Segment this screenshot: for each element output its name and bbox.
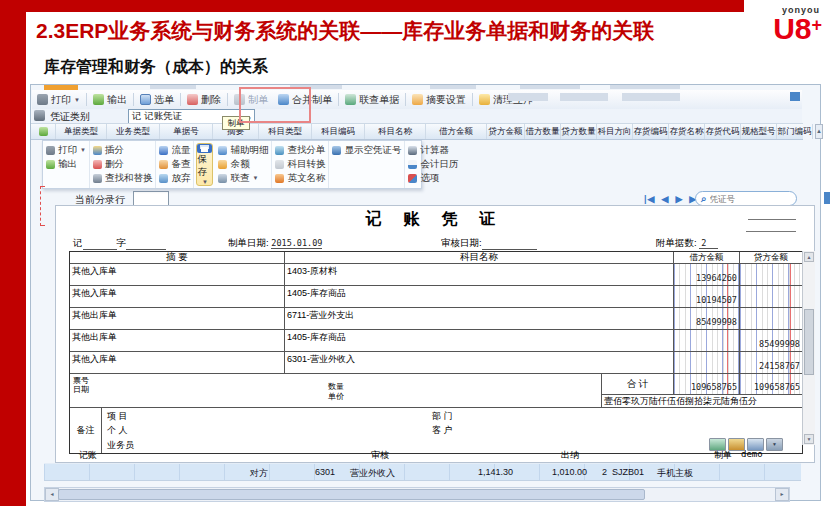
col-doc-type[interactable]: 单据类型 [56,124,107,139]
horizontal-scrollbar[interactable]: ◂ ▸ [44,487,790,502]
audit-date: 审核日期: [441,237,537,250]
first-voucher-button[interactable]: |◀ [644,194,655,204]
attach-more-icon[interactable]: ▼ [766,438,783,451]
col-doc-no[interactable]: 单据号 [160,124,213,139]
delete-entry-button[interactable]: 删分 [93,157,153,171]
row-debit-cell: 85499998 [674,308,740,329]
voucher-search-box[interactable]: ⌕ [695,191,797,206]
grid-selected-row[interactable]: 对方 6301 营业外收入 1,141.30 1,010.00 2 SJZB01… [44,463,801,481]
col-credit-qty[interactable]: 贷方数量 [561,124,597,139]
link-doc-button[interactable]: 联查单据 [340,93,404,107]
col-debit-amt[interactable]: 借方金额 [426,124,487,139]
link-query-button[interactable]: 联查▼ [218,171,268,185]
toolbar-separator [133,93,134,106]
find-entry-label: 查找分单 [287,144,325,157]
aux-detail-label: 辅助明细 [230,144,268,157]
save-button[interactable]: 保存 ▼ [196,143,213,186]
options-button[interactable]: 选项 [408,171,458,185]
col-inv-code[interactable]: 存货编码 [633,124,669,139]
item-label: 项 目 [107,410,128,423]
calendar-button[interactable]: 会计日历 [408,157,458,171]
delete-button[interactable]: 删除 [182,93,226,107]
voucher-search-input[interactable] [710,194,780,204]
grid-scroll-up-button[interactable]: ▲ [815,124,823,139]
cell-qty: 2 [602,467,607,477]
print-button[interactable]: 打印▼ [32,93,85,107]
col-dept-code[interactable]: 部门编码 [777,124,813,139]
scrollbar-thumb[interactable] [804,309,814,375]
find-entry-icon [275,146,284,155]
abandon-icon [159,174,168,183]
ghost-fragment [520,85,580,89]
scroll-right-icon[interactable]: ▸ [775,488,789,501]
summary-settings-button[interactable]: 摘要设置 [407,93,471,107]
col-debit-qty[interactable]: 借方数量 [525,124,561,139]
col-acct-code[interactable]: 科目编码 [312,124,365,139]
col-biz-type[interactable]: 业务类型 [107,124,160,139]
select-doc-label: 选单 [154,93,174,107]
scroll-down-icon[interactable]: ▼ [804,434,814,444]
col-inv-name[interactable]: 存货名称 [669,124,705,139]
ribbon-print-button[interactable]: 打印▼ [46,143,86,157]
col-spec[interactable]: 规格型号 [741,124,777,139]
u8-logo: U8+ [760,10,822,44]
abandon-button[interactable]: 放弃 [159,171,190,185]
scroll-up-icon[interactable]: ▲ [804,252,814,262]
slide-title: 2.3ERP业务系统与财务系统的关联——库存业务单据和财务的关联 [36,17,736,45]
next-voucher-button[interactable]: ▶ [675,194,683,204]
ghost-fragment [560,93,608,101]
row-summary: 其他入库单 [70,286,285,307]
window-fragment [824,192,830,204]
header-credit: 贷方金额 [740,252,802,263]
cashflow-button[interactable]: 流量 [159,143,190,157]
col-acct-type[interactable]: 科目类型 [259,124,312,139]
insert-entry-icon [93,146,102,155]
cell-amount2: 1,010.00 [527,467,587,477]
voucher-type-bar: 凭证类别 记 记账凭证▼ [32,109,802,123]
sig-cashier-label: 出纳 [561,449,579,462]
english-name-button[interactable]: 英文名称 [275,171,325,185]
aux-detail-button[interactable]: 辅助明细 [218,143,268,157]
prev-voucher-button[interactable]: ◀ [661,194,669,204]
voucher-row[interactable]: 其他出库单 6711-营业外支出 85499998 [70,308,802,330]
abandon-label: 放弃 [171,172,190,185]
show-empty-voucher-button[interactable]: 显示空凭证号 [332,143,401,157]
blank-line [746,231,796,232]
row-summary: 其他出库单 [70,308,285,329]
scrollbar-thumb[interactable] [58,489,645,500]
voucher-row[interactable]: 其他入库单 1405-库存商品 10194507 [70,286,802,308]
find-entry-button[interactable]: 查找分单 [275,143,325,157]
col-credit-amt[interactable]: 贷方金额 [487,124,525,139]
voucher-row[interactable]: 其他入库单 1403-原材料 13964260 [70,264,802,286]
insert-entry-button[interactable]: 插分 [93,143,153,157]
col-acct-name[interactable]: 科目名称 [365,124,426,139]
voucher-row[interactable]: 其他出库单 1405-库存商品 85499998 [70,330,802,352]
find-replace-button[interactable]: 查找和替换 [93,171,153,185]
calculator-button[interactable]: 计算器 [408,143,458,157]
account-convert-button[interactable]: 科目转换 [275,157,325,171]
person-label: 个 人 [107,424,128,437]
ribbon-export-button[interactable]: 输出 [46,157,86,171]
u8-logo-plus: + [811,15,822,35]
balance-button[interactable]: 余额 [218,157,268,171]
current-entry-annotation [40,186,45,226]
search-icon: ⌕ [701,194,707,204]
reference-button[interactable]: 备查 [159,157,190,171]
ribbon-group-print: 打印▼ 输出 [43,141,90,188]
dept-label: 部 门 [432,410,453,423]
voucher-row[interactable]: 其他入库单 6301-营业外收入 24158767 [70,352,802,374]
voucher-scrollbar[interactable]: ▲ ▼ [802,251,815,445]
select-doc-button[interactable]: 选单 [135,93,179,107]
row-credit-cell [740,286,802,307]
cashflow-label: 流量 [171,144,190,157]
english-name-icon [275,174,284,183]
voucher-remark-block: 备注 项 目 个 人 业务员 部 门 客 户 ▼ [70,408,802,453]
cell-direction: 对方 [250,467,268,480]
col-acct-dir[interactable]: 科目方向 [597,124,633,139]
export-button[interactable]: 输出 [88,93,132,107]
col-inv-alias[interactable]: 存货代码 [705,124,741,139]
grid-corner [31,124,56,139]
voucher-word-blank [83,239,117,250]
options-label: 选项 [420,172,439,185]
scroll-left-icon[interactable]: ◂ [45,488,59,501]
